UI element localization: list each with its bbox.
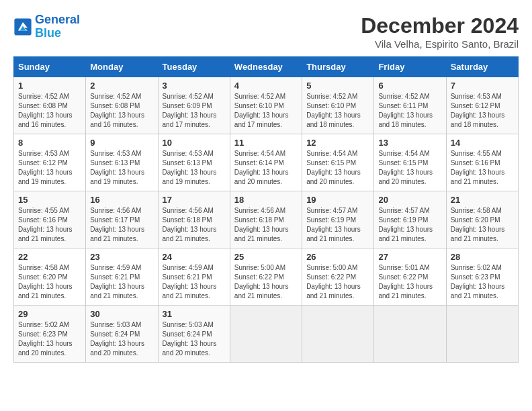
day-number: 25	[234, 252, 298, 262]
calendar-week-1: 1Sunrise: 4:52 AM Sunset: 6:08 PM Daylig…	[14, 77, 519, 134]
calendar-cell: 8Sunrise: 4:53 AM Sunset: 6:12 PM Daylig…	[14, 134, 86, 191]
day-info: Sunrise: 5:02 AM Sunset: 6:23 PM Dayligh…	[18, 320, 81, 358]
day-number: 26	[306, 252, 369, 262]
day-info: Sunrise: 4:52 AM Sunset: 6:11 PM Dayligh…	[378, 92, 441, 130]
calendar-cell: 20Sunrise: 4:57 AM Sunset: 6:19 PM Dayli…	[374, 191, 446, 248]
day-info: Sunrise: 4:52 AM Sunset: 6:09 PM Dayligh…	[163, 92, 226, 130]
calendar-cell: 14Sunrise: 4:55 AM Sunset: 6:16 PM Dayli…	[446, 134, 518, 191]
day-info: Sunrise: 5:03 AM Sunset: 6:24 PM Dayligh…	[90, 320, 153, 358]
weekday-header-wednesday: Wednesday	[230, 57, 302, 77]
calendar-cell: 28Sunrise: 5:02 AM Sunset: 6:23 PM Dayli…	[446, 248, 518, 306]
day-info: Sunrise: 4:56 AM Sunset: 6:18 PM Dayligh…	[234, 206, 298, 244]
calendar-cell	[446, 306, 518, 363]
day-info: Sunrise: 4:52 AM Sunset: 6:08 PM Dayligh…	[18, 92, 81, 130]
day-number: 23	[90, 252, 153, 262]
day-info: Sunrise: 5:00 AM Sunset: 6:22 PM Dayligh…	[306, 263, 369, 301]
calendar-week-5: 29Sunrise: 5:02 AM Sunset: 6:23 PM Dayli…	[14, 306, 519, 363]
calendar-cell	[302, 306, 374, 363]
weekday-header-thursday: Thursday	[302, 57, 374, 77]
day-info: Sunrise: 4:54 AM Sunset: 6:15 PM Dayligh…	[306, 149, 369, 187]
calendar-cell: 22Sunrise: 4:58 AM Sunset: 6:20 PM Dayli…	[14, 248, 86, 306]
calendar-week-3: 15Sunrise: 4:55 AM Sunset: 6:16 PM Dayli…	[14, 191, 519, 248]
calendar-cell: 31Sunrise: 5:03 AM Sunset: 6:24 PM Dayli…	[158, 306, 230, 363]
day-info: Sunrise: 4:57 AM Sunset: 6:19 PM Dayligh…	[306, 206, 369, 244]
day-number: 2	[90, 81, 153, 91]
calendar-cell: 16Sunrise: 4:56 AM Sunset: 6:17 PM Dayli…	[86, 191, 158, 248]
calendar-header: SundayMondayTuesdayWednesdayThursdayFrid…	[14, 57, 519, 77]
calendar-cell: 9Sunrise: 4:53 AM Sunset: 6:13 PM Daylig…	[86, 134, 158, 191]
calendar-table: SundayMondayTuesdayWednesdayThursdayFrid…	[13, 56, 519, 363]
day-number: 10	[163, 138, 226, 148]
calendar-cell	[374, 306, 446, 363]
day-info: Sunrise: 5:03 AM Sunset: 6:24 PM Dayligh…	[163, 320, 226, 358]
calendar-cell: 7Sunrise: 4:53 AM Sunset: 6:12 PM Daylig…	[446, 77, 518, 134]
day-info: Sunrise: 4:54 AM Sunset: 6:15 PM Dayligh…	[378, 149, 441, 187]
day-info: Sunrise: 4:52 AM Sunset: 6:10 PM Dayligh…	[234, 92, 298, 130]
day-number: 9	[90, 138, 153, 148]
day-info: Sunrise: 4:53 AM Sunset: 6:13 PM Dayligh…	[163, 149, 226, 187]
logo-icon	[13, 17, 32, 36]
day-info: Sunrise: 4:52 AM Sunset: 6:08 PM Dayligh…	[90, 92, 153, 130]
day-info: Sunrise: 4:59 AM Sunset: 6:21 PM Dayligh…	[90, 263, 153, 301]
day-info: Sunrise: 4:56 AM Sunset: 6:17 PM Dayligh…	[90, 206, 153, 244]
calendar-cell: 23Sunrise: 4:59 AM Sunset: 6:21 PM Dayli…	[86, 248, 158, 306]
day-info: Sunrise: 4:52 AM Sunset: 6:10 PM Dayligh…	[306, 92, 369, 130]
logo: General Blue	[13, 13, 80, 40]
calendar-cell: 11Sunrise: 4:54 AM Sunset: 6:14 PM Dayli…	[230, 134, 302, 191]
calendar-cell: 26Sunrise: 5:00 AM Sunset: 6:22 PM Dayli…	[302, 248, 374, 306]
day-info: Sunrise: 5:02 AM Sunset: 6:23 PM Dayligh…	[451, 263, 514, 301]
calendar-cell: 13Sunrise: 4:54 AM Sunset: 6:15 PM Dayli…	[374, 134, 446, 191]
day-number: 12	[306, 138, 369, 148]
day-number: 30	[90, 309, 153, 319]
calendar-week-4: 22Sunrise: 4:58 AM Sunset: 6:20 PM Dayli…	[14, 248, 519, 306]
logo-line1: General	[35, 13, 80, 26]
day-info: Sunrise: 4:58 AM Sunset: 6:20 PM Dayligh…	[18, 263, 81, 301]
calendar-cell: 15Sunrise: 4:55 AM Sunset: 6:16 PM Dayli…	[14, 191, 86, 248]
calendar-cell: 29Sunrise: 5:02 AM Sunset: 6:23 PM Dayli…	[14, 306, 86, 363]
calendar-cell: 6Sunrise: 4:52 AM Sunset: 6:11 PM Daylig…	[374, 77, 446, 134]
day-number: 29	[18, 309, 81, 319]
day-info: Sunrise: 4:53 AM Sunset: 6:13 PM Dayligh…	[90, 149, 153, 187]
title-block: December 2024 Vila Velha, Espirito Santo…	[361, 13, 519, 50]
calendar-cell	[230, 306, 302, 363]
calendar-cell: 12Sunrise: 4:54 AM Sunset: 6:15 PM Dayli…	[302, 134, 374, 191]
day-number: 14	[451, 138, 514, 148]
day-info: Sunrise: 4:55 AM Sunset: 6:16 PM Dayligh…	[18, 206, 81, 244]
calendar-cell: 4Sunrise: 4:52 AM Sunset: 6:10 PM Daylig…	[230, 77, 302, 134]
day-number: 15	[18, 195, 81, 205]
logo-text: General Blue	[35, 13, 80, 40]
calendar-cell: 10Sunrise: 4:53 AM Sunset: 6:13 PM Dayli…	[158, 134, 230, 191]
day-number: 28	[451, 252, 514, 262]
calendar-cell: 1Sunrise: 4:52 AM Sunset: 6:08 PM Daylig…	[14, 77, 86, 134]
day-number: 21	[451, 195, 514, 205]
weekday-header-saturday: Saturday	[446, 57, 518, 77]
day-info: Sunrise: 5:00 AM Sunset: 6:22 PM Dayligh…	[234, 263, 298, 301]
day-info: Sunrise: 5:01 AM Sunset: 6:22 PM Dayligh…	[378, 263, 441, 301]
day-number: 7	[451, 81, 514, 91]
day-number: 13	[378, 138, 441, 148]
day-info: Sunrise: 4:59 AM Sunset: 6:21 PM Dayligh…	[163, 263, 226, 301]
location: Vila Velha, Espirito Santo, Brazil	[361, 38, 519, 50]
calendar-body: 1Sunrise: 4:52 AM Sunset: 6:08 PM Daylig…	[14, 77, 519, 363]
month-title: December 2024	[361, 13, 519, 38]
day-number: 3	[163, 81, 226, 91]
calendar-cell: 21Sunrise: 4:58 AM Sunset: 6:20 PM Dayli…	[446, 191, 518, 248]
day-number: 24	[163, 252, 226, 262]
day-number: 6	[378, 81, 441, 91]
day-number: 4	[234, 81, 298, 91]
day-info: Sunrise: 4:57 AM Sunset: 6:19 PM Dayligh…	[378, 206, 441, 244]
calendar-cell: 18Sunrise: 4:56 AM Sunset: 6:18 PM Dayli…	[230, 191, 302, 248]
day-info: Sunrise: 4:58 AM Sunset: 6:20 PM Dayligh…	[451, 206, 514, 244]
day-info: Sunrise: 4:53 AM Sunset: 6:12 PM Dayligh…	[18, 149, 81, 187]
calendar-cell: 2Sunrise: 4:52 AM Sunset: 6:08 PM Daylig…	[86, 77, 158, 134]
calendar-cell: 3Sunrise: 4:52 AM Sunset: 6:09 PM Daylig…	[158, 77, 230, 134]
day-number: 16	[90, 195, 153, 205]
weekday-header-friday: Friday	[374, 57, 446, 77]
weekday-header-monday: Monday	[86, 57, 158, 77]
day-number: 17	[163, 195, 226, 205]
day-number: 31	[163, 309, 226, 319]
day-number: 22	[18, 252, 81, 262]
calendar-cell: 19Sunrise: 4:57 AM Sunset: 6:19 PM Dayli…	[302, 191, 374, 248]
day-number: 11	[234, 138, 298, 148]
calendar-cell: 17Sunrise: 4:56 AM Sunset: 6:18 PM Dayli…	[158, 191, 230, 248]
